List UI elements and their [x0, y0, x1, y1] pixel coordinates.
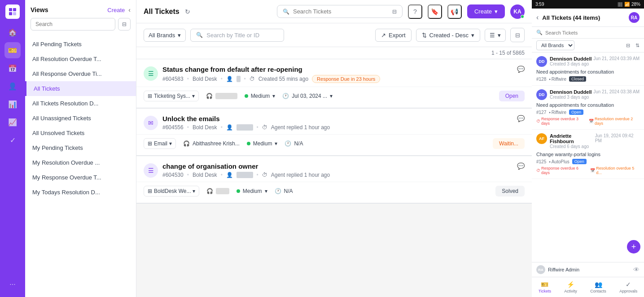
list-view-icon: ☰ [490, 32, 495, 39]
sidebar-filter-button[interactable]: ⊟ [118, 18, 131, 31]
channel-select[interactable]: ⊞ BoldDesk We... ▾ [144, 186, 199, 197]
mobile-panel: 3:59 |||| 📶 28% ‹ All Tickets (44 items)… [532, 0, 644, 297]
tickets-filter-button[interactable]: ⊟ [510, 28, 525, 42]
search-icon: 🔍 [283, 9, 289, 15]
export-button[interactable]: ↗ Export [375, 29, 412, 42]
mp-name-date-row: Andriette Fishbourn Jun 19, 2024 09:42 P… [550, 133, 640, 144]
mp-eye-off-icon[interactable]: 👁 [633, 266, 640, 273]
user-avatar[interactable]: KA [510, 4, 525, 19]
mp-nav-contacts[interactable]: 👥 Contacts [590, 281, 606, 293]
sidebar-item-unassigned[interactable]: All Unassigned Tickets [25, 111, 136, 126]
priority-row[interactable]: Medium ▾ [237, 188, 267, 194]
search-filter-icon[interactable]: ⊟ [392, 9, 397, 15]
mp-ticket-brand: ▪ Riffwire [549, 110, 566, 115]
mp-nav-approvals[interactable]: ✓ Approvals [619, 281, 637, 293]
ticket-status-button[interactable]: Open [499, 91, 525, 101]
ticket-type-icon: ☰ [144, 66, 158, 81]
brand-select[interactable]: All Brands ▾ [144, 29, 186, 42]
sidebar-item-unsolved[interactable]: All Unsolved Tickets [25, 126, 136, 140]
sidebar-item-my-resolution-overdue[interactable]: My Resolution Overdue ... [25, 155, 136, 170]
ticket-status-button[interactable]: Waitin... [493, 138, 525, 149]
count-bar: 1 - 15 of 5865 [136, 47, 532, 59]
mp-ticket-date: Jun 21, 2024 03:38 AM [593, 89, 640, 95]
sidebar-collapse-icon[interactable]: ‹ [128, 6, 131, 13]
topnav-search-input[interactable] [293, 8, 389, 15]
nav-reports[interactable]: 📊 [4, 96, 21, 112]
sidebar-item-all-tickets[interactable]: All Tickets [25, 81, 136, 96]
mp-back-icon[interactable]: ‹ [536, 13, 539, 22]
mp-search-input[interactable] [545, 30, 640, 35]
mp-name-date-row: Dennison Duddell Jun 21, 2024 03:39 AM [550, 56, 640, 61]
nav-calendar[interactable]: 📅 [4, 60, 21, 76]
ticket-assignee: Thak... [237, 124, 253, 131]
mp-ticket-title[interactable]: Change waranty-portal logins [536, 152, 640, 157]
mp-ticket-date: Jun 21, 2024 03:39 AM [593, 56, 640, 61]
sidebar-item-my-todays[interactable]: My Todays Resolution D... [25, 185, 136, 200]
mp-nav-tickets[interactable]: 🎫 Tickets [539, 281, 551, 293]
mp-ticket-title[interactable]: Need appointments for consultation [536, 102, 640, 108]
create-view-link[interactable]: Create [107, 7, 125, 13]
mp-search-row: 🔍 [532, 27, 644, 39]
priority-label: Medium [253, 140, 272, 147]
ticket-status-button[interactable]: Solved [495, 186, 525, 197]
ticket-title[interactable]: change of organisation owner [162, 162, 330, 170]
sidebar-nav: All Pending Tickets All Resolution Overd… [25, 35, 136, 297]
message-icon[interactable]: 💬 [517, 66, 525, 73]
help-button[interactable]: ? [408, 4, 422, 19]
sort-select[interactable]: ⇅ Created - Desc ▾ [416, 29, 480, 42]
bookmark-button[interactable]: 🔖 [428, 4, 442, 19]
sidebar-item-resolution-d[interactable]: All Tickets Resolution D... [25, 96, 136, 111]
notification-button[interactable]: 📢 [447, 4, 462, 19]
sidebar-item-response-overdue[interactable]: All Response Overdue Ti... [25, 66, 136, 81]
mp-brand-select[interactable]: All Brands [536, 40, 574, 50]
channel-label: BoldDesk We... [154, 188, 191, 194]
nav-check[interactable]: ✓ [4, 132, 21, 148]
priority-chevron-icon: ▾ [272, 93, 275, 99]
sidebar-item-resolution-overdue[interactable]: All Resolution Overdue T... [25, 52, 136, 66]
view-toggle[interactable]: ☰ ▾ [485, 29, 506, 42]
channel-chevron-icon: ▾ [192, 93, 195, 99]
mp-activity-icon: ⚡ [567, 281, 574, 288]
ticket-title[interactable]: Unlock the emails [162, 115, 330, 122]
refresh-icon[interactable]: ↻ [185, 8, 190, 15]
nav-analytics[interactable]: 📈 [4, 114, 21, 130]
ticket-count: 1 - 15 of 5865 [491, 50, 525, 56]
ticket-date: Jul 03, 2024 ... [292, 93, 327, 99]
priority-row[interactable]: Medium ▾ [247, 140, 278, 147]
channel-select[interactable]: ⊞ Ticketing Sys... ▾ [144, 91, 199, 101]
sidebar-item-my-pending[interactable]: My Pending Tickets [25, 140, 136, 155]
mp-filter-icon[interactable]: ⊟ [626, 43, 630, 48]
mp-nav-activity[interactable]: ⚡ Activity [564, 281, 577, 293]
mp-add-button[interactable]: + [627, 240, 640, 253]
mp-ticket-title[interactable]: Need appointments for consultation [536, 69, 640, 74]
message-icon[interactable]: 💬 [517, 162, 525, 170]
channel-icon: ⊞ [148, 188, 152, 194]
ticket-search-box[interactable]: 🔍 Search by Title or ID [190, 29, 284, 42]
mp-user-avatar[interactable]: RA [629, 12, 640, 23]
ticket-details-row: ⊞ BoldDesk We... ▾ 🎧 J n M Medium ▾ 🕐 N/… [136, 182, 532, 203]
sidebar-search-input[interactable] [31, 18, 115, 31]
message-icon[interactable]: 💬 [517, 115, 525, 122]
nav-tickets[interactable]: 🎫 [4, 42, 21, 58]
priority-row[interactable]: Medium ▾ [245, 93, 276, 99]
ticket-title[interactable]: Status change from default after re-open… [162, 66, 380, 73]
nav-home[interactable]: 🏠 [4, 24, 21, 40]
mp-contacts-icon: 👥 [595, 281, 602, 288]
channel-select[interactable]: ⊞ Email ▾ [144, 138, 176, 149]
mp-ticket-id: #125 [536, 159, 546, 164]
ticket-number: #604556 [162, 124, 184, 131]
sidebar: Views Create ‹ ⊟ All Pending Tickets All… [25, 0, 136, 297]
priority-label: Medium [251, 93, 270, 99]
sort-label: Created - Desc [429, 32, 469, 39]
nav-more[interactable]: ··· [4, 276, 21, 293]
create-button[interactable]: Create ▾ [467, 4, 505, 18]
mp-sort-icon[interactable]: ⇅ [635, 43, 640, 48]
ticket-source: Bold Desk [193, 76, 217, 82]
sidebar-item-pending[interactable]: All Pending Tickets [25, 37, 136, 52]
ticket-number: #604530 [162, 172, 184, 178]
nav-contacts[interactable]: 👤 [4, 78, 21, 94]
sidebar-item-my-response-overdue[interactable]: My Response Overdue T... [25, 170, 136, 185]
mp-resolution-overdue: 📅 Resolution overdue 2 days [589, 117, 640, 126]
mp-ticket-meta: #128 ▪ Riffwire Closed [536, 76, 640, 82]
svg-rect-1 [13, 8, 16, 11]
